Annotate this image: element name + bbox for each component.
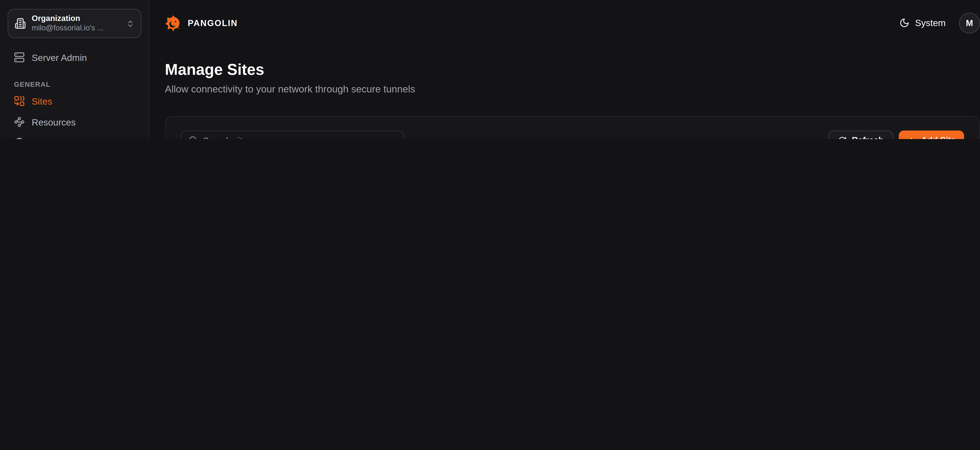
brand: PANGOLIN [165, 14, 238, 31]
refresh-icon [838, 136, 847, 139]
page-subtitle: Allow connectivity to your network throu… [165, 83, 980, 95]
avatar-initial: M [966, 18, 973, 28]
organization-selector[interactable]: Organization milo@fossorial.io's ... [8, 9, 142, 38]
page-title: Manage Sites [165, 62, 980, 78]
building-icon [14, 18, 26, 29]
top-header: PANGOLIN System M [150, 0, 980, 46]
brand-name: PANGOLIN [188, 18, 238, 28]
main-area: PANGOLIN System M Manage Sites Allow con… [150, 0, 980, 139]
chevrons-up-down-icon [126, 19, 134, 28]
app-root: Organization milo@fossorial.io's ... Ser… [0, 0, 980, 139]
sidebar-nav: Server Admin GENERAL Sites Resources Dom… [8, 47, 142, 139]
organization-value: milo@fossorial.io's ... [32, 24, 103, 33]
sidebar-item-sites[interactable]: Sites [8, 91, 142, 112]
sidebar-item-domains[interactable]: Domains [8, 132, 142, 139]
search-input[interactable] [203, 135, 396, 139]
sidebar: Organization milo@fossorial.io's ... Ser… [0, 0, 150, 139]
sidebar-item-resources[interactable]: Resources [8, 112, 142, 133]
pangolin-logo-icon [165, 14, 182, 31]
section-heading-general: GENERAL [14, 81, 141, 88]
theme-toggle-button[interactable]: System [899, 18, 946, 28]
theme-label: System [915, 18, 945, 28]
moon-icon [899, 18, 910, 28]
plus-icon [907, 136, 916, 139]
globe-icon [14, 138, 25, 139]
server-icon [14, 52, 25, 63]
sites-card: Refresh Add Site Name [165, 116, 980, 139]
organization-label: Organization [32, 14, 103, 24]
sidebar-item-server-admin[interactable]: Server Admin [8, 47, 142, 68]
refresh-button[interactable]: Refresh [828, 130, 893, 139]
combine-icon [14, 96, 25, 106]
search-icon [188, 136, 198, 139]
avatar[interactable]: M [959, 12, 980, 33]
search-box[interactable] [181, 130, 404, 139]
waypoints-icon [14, 117, 25, 127]
add-site-button[interactable]: Add Site [899, 130, 964, 139]
